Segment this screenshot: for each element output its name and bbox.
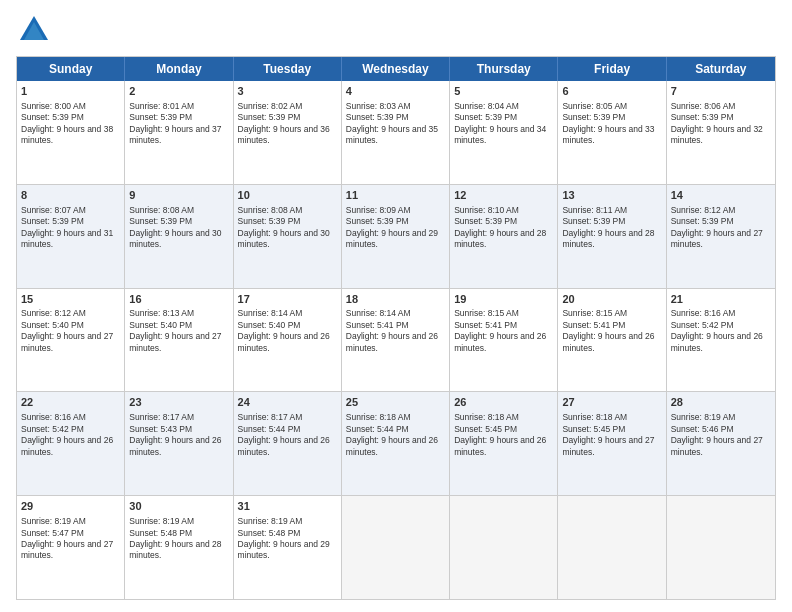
sunset-text: Sunset: 5:39 PM xyxy=(346,216,409,226)
sunrise-text: Sunrise: 8:14 AM xyxy=(238,308,303,318)
sunset-text: Sunset: 5:39 PM xyxy=(562,112,625,122)
daylight-text: Daylight: 9 hours and 26 minutes. xyxy=(129,435,221,456)
table-row: 26Sunrise: 8:18 AMSunset: 5:45 PMDayligh… xyxy=(450,392,558,495)
day-number: 17 xyxy=(238,292,337,307)
table-row: 12Sunrise: 8:10 AMSunset: 5:39 PMDayligh… xyxy=(450,185,558,288)
day-number: 21 xyxy=(671,292,771,307)
daylight-text: Daylight: 9 hours and 27 minutes. xyxy=(562,435,654,456)
calendar-row: 15Sunrise: 8:12 AMSunset: 5:40 PMDayligh… xyxy=(17,288,775,392)
daylight-text: Daylight: 9 hours and 27 minutes. xyxy=(129,331,221,352)
day-number: 26 xyxy=(454,395,553,410)
day-number: 8 xyxy=(21,188,120,203)
header xyxy=(16,12,776,48)
sunrise-text: Sunrise: 8:11 AM xyxy=(562,205,627,215)
daylight-text: Daylight: 9 hours and 36 minutes. xyxy=(238,124,330,145)
sunrise-text: Sunrise: 8:18 AM xyxy=(346,412,411,422)
day-number: 18 xyxy=(346,292,445,307)
sunset-text: Sunset: 5:42 PM xyxy=(671,320,734,330)
sunset-text: Sunset: 5:39 PM xyxy=(238,216,301,226)
sunrise-text: Sunrise: 8:02 AM xyxy=(238,101,303,111)
sunset-text: Sunset: 5:40 PM xyxy=(238,320,301,330)
header-tuesday: Tuesday xyxy=(234,57,342,81)
daylight-text: Daylight: 9 hours and 29 minutes. xyxy=(346,228,438,249)
sunset-text: Sunset: 5:39 PM xyxy=(671,112,734,122)
sunrise-text: Sunrise: 8:14 AM xyxy=(346,308,411,318)
table-row: 23Sunrise: 8:17 AMSunset: 5:43 PMDayligh… xyxy=(125,392,233,495)
sunrise-text: Sunrise: 8:19 AM xyxy=(129,516,194,526)
daylight-text: Daylight: 9 hours and 34 minutes. xyxy=(454,124,546,145)
table-row: 30Sunrise: 8:19 AMSunset: 5:48 PMDayligh… xyxy=(125,496,233,599)
day-number: 2 xyxy=(129,84,228,99)
calendar-row: 8Sunrise: 8:07 AMSunset: 5:39 PMDaylight… xyxy=(17,184,775,288)
daylight-text: Daylight: 9 hours and 35 minutes. xyxy=(346,124,438,145)
sunset-text: Sunset: 5:46 PM xyxy=(671,424,734,434)
sunrise-text: Sunrise: 8:19 AM xyxy=(671,412,736,422)
table-row: 24Sunrise: 8:17 AMSunset: 5:44 PMDayligh… xyxy=(234,392,342,495)
sunset-text: Sunset: 5:39 PM xyxy=(238,112,301,122)
sunset-text: Sunset: 5:41 PM xyxy=(346,320,409,330)
day-number: 3 xyxy=(238,84,337,99)
table-row: 21Sunrise: 8:16 AMSunset: 5:42 PMDayligh… xyxy=(667,289,775,392)
table-row: 20Sunrise: 8:15 AMSunset: 5:41 PMDayligh… xyxy=(558,289,666,392)
sunrise-text: Sunrise: 8:12 AM xyxy=(21,308,86,318)
day-number: 31 xyxy=(238,499,337,514)
table-row: 10Sunrise: 8:08 AMSunset: 5:39 PMDayligh… xyxy=(234,185,342,288)
day-number: 13 xyxy=(562,188,661,203)
sunset-text: Sunset: 5:39 PM xyxy=(21,112,84,122)
day-number: 15 xyxy=(21,292,120,307)
daylight-text: Daylight: 9 hours and 26 minutes. xyxy=(238,435,330,456)
calendar-row: 1Sunrise: 8:00 AMSunset: 5:39 PMDaylight… xyxy=(17,81,775,184)
day-number: 9 xyxy=(129,188,228,203)
page: Sunday Monday Tuesday Wednesday Thursday… xyxy=(0,0,792,612)
table-row: 8Sunrise: 8:07 AMSunset: 5:39 PMDaylight… xyxy=(17,185,125,288)
daylight-text: Daylight: 9 hours and 26 minutes. xyxy=(21,435,113,456)
table-row: 4Sunrise: 8:03 AMSunset: 5:39 PMDaylight… xyxy=(342,81,450,184)
day-number: 28 xyxy=(671,395,771,410)
table-row: 16Sunrise: 8:13 AMSunset: 5:40 PMDayligh… xyxy=(125,289,233,392)
daylight-text: Daylight: 9 hours and 29 minutes. xyxy=(238,539,330,560)
table-row: 13Sunrise: 8:11 AMSunset: 5:39 PMDayligh… xyxy=(558,185,666,288)
sunrise-text: Sunrise: 8:17 AM xyxy=(129,412,194,422)
table-row xyxy=(450,496,558,599)
table-row: 3Sunrise: 8:02 AMSunset: 5:39 PMDaylight… xyxy=(234,81,342,184)
day-number: 19 xyxy=(454,292,553,307)
sunrise-text: Sunrise: 8:08 AM xyxy=(129,205,194,215)
sunset-text: Sunset: 5:39 PM xyxy=(129,216,192,226)
sunset-text: Sunset: 5:39 PM xyxy=(346,112,409,122)
table-row: 22Sunrise: 8:16 AMSunset: 5:42 PMDayligh… xyxy=(17,392,125,495)
table-row: 11Sunrise: 8:09 AMSunset: 5:39 PMDayligh… xyxy=(342,185,450,288)
daylight-text: Daylight: 9 hours and 27 minutes. xyxy=(21,331,113,352)
day-number: 23 xyxy=(129,395,228,410)
table-row: 18Sunrise: 8:14 AMSunset: 5:41 PMDayligh… xyxy=(342,289,450,392)
sunset-text: Sunset: 5:39 PM xyxy=(562,216,625,226)
sunrise-text: Sunrise: 8:15 AM xyxy=(562,308,627,318)
sunrise-text: Sunrise: 8:19 AM xyxy=(238,516,303,526)
sunrise-text: Sunrise: 8:09 AM xyxy=(346,205,411,215)
sunrise-text: Sunrise: 8:08 AM xyxy=(238,205,303,215)
sunrise-text: Sunrise: 8:05 AM xyxy=(562,101,627,111)
day-number: 29 xyxy=(21,499,120,514)
sunset-text: Sunset: 5:39 PM xyxy=(21,216,84,226)
day-number: 22 xyxy=(21,395,120,410)
daylight-text: Daylight: 9 hours and 30 minutes. xyxy=(129,228,221,249)
sunset-text: Sunset: 5:44 PM xyxy=(238,424,301,434)
sunset-text: Sunset: 5:47 PM xyxy=(21,528,84,538)
sunrise-text: Sunrise: 8:18 AM xyxy=(562,412,627,422)
header-thursday: Thursday xyxy=(450,57,558,81)
day-number: 30 xyxy=(129,499,228,514)
table-row: 2Sunrise: 8:01 AMSunset: 5:39 PMDaylight… xyxy=(125,81,233,184)
day-number: 16 xyxy=(129,292,228,307)
sunrise-text: Sunrise: 8:16 AM xyxy=(671,308,736,318)
table-row: 14Sunrise: 8:12 AMSunset: 5:39 PMDayligh… xyxy=(667,185,775,288)
header-wednesday: Wednesday xyxy=(342,57,450,81)
calendar-body: 1Sunrise: 8:00 AMSunset: 5:39 PMDaylight… xyxy=(17,81,775,599)
header-sunday: Sunday xyxy=(17,57,125,81)
sunrise-text: Sunrise: 8:06 AM xyxy=(671,101,736,111)
sunrise-text: Sunrise: 8:18 AM xyxy=(454,412,519,422)
daylight-text: Daylight: 9 hours and 26 minutes. xyxy=(346,435,438,456)
daylight-text: Daylight: 9 hours and 26 minutes. xyxy=(238,331,330,352)
daylight-text: Daylight: 9 hours and 27 minutes. xyxy=(21,539,113,560)
table-row xyxy=(342,496,450,599)
sunrise-text: Sunrise: 8:12 AM xyxy=(671,205,736,215)
daylight-text: Daylight: 9 hours and 26 minutes. xyxy=(346,331,438,352)
